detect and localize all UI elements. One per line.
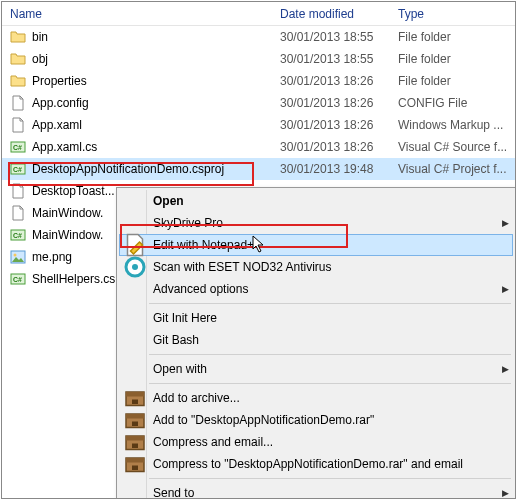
svg-rect-14 xyxy=(132,400,138,405)
submenu-arrow-icon: ▶ xyxy=(497,284,513,294)
file-date: 30/01/2013 18:55 xyxy=(280,30,398,44)
folder-icon xyxy=(10,73,26,89)
file-name: App.config xyxy=(32,96,89,110)
menu-separator xyxy=(149,303,511,304)
menu-item-label: Git Bash xyxy=(147,333,497,347)
menu-item-label: SkyDrive Pro xyxy=(147,216,497,230)
svg-text:C#: C# xyxy=(13,232,22,239)
file-icon xyxy=(10,183,26,199)
file-row[interactable]: App.xaml30/01/2013 18:26Windows Markup .… xyxy=(2,114,515,136)
svg-text:C#: C# xyxy=(13,276,22,283)
rar-icon xyxy=(123,408,147,432)
file-name: bin xyxy=(32,30,48,44)
file-name: me.png xyxy=(32,250,72,264)
file-icon xyxy=(10,117,26,133)
menu-item-label: Edit with Notepad++ xyxy=(147,238,496,252)
file-row[interactable]: obj30/01/2013 18:55File folder xyxy=(2,48,515,70)
submenu-arrow-icon: ▶ xyxy=(497,218,513,228)
menu-item[interactable]: Git Bash xyxy=(119,329,513,351)
svg-rect-20 xyxy=(132,444,138,449)
rar-icon xyxy=(123,386,147,410)
svg-rect-23 xyxy=(132,466,138,471)
menu-item[interactable]: Advanced options▶ xyxy=(119,278,513,300)
rar-icon xyxy=(123,430,147,454)
cs-icon: C# xyxy=(10,139,26,155)
menu-item-label: Compress and email... xyxy=(147,435,497,449)
file-row[interactable]: C#App.xaml.cs30/01/2013 18:26Visual C# S… xyxy=(2,136,515,158)
menu-item-label: Add to archive... xyxy=(147,391,497,405)
file-row[interactable]: C#DesktopAppNotificationDemo.csproj30/01… xyxy=(2,158,515,180)
column-header-date[interactable]: Date modified xyxy=(280,7,398,21)
notepad-icon xyxy=(123,233,147,257)
rar-icon xyxy=(123,452,147,476)
menu-item[interactable]: Compress to "DesktopAppNotificationDemo.… xyxy=(119,453,513,475)
eset-icon xyxy=(123,255,147,279)
menu-item[interactable]: Add to archive... xyxy=(119,387,513,409)
menu-item[interactable]: Git Init Here xyxy=(119,307,513,329)
file-name: App.xaml.cs xyxy=(32,140,97,154)
file-name: ShellHelpers.cs xyxy=(32,272,115,286)
file-date: 30/01/2013 18:26 xyxy=(280,74,398,88)
menu-item-label: Add to "DesktopAppNotificationDemo.rar" xyxy=(147,413,497,427)
file-type: File folder xyxy=(398,74,515,88)
cs-icon: C# xyxy=(10,271,26,287)
svg-rect-16 xyxy=(126,414,144,419)
menu-separator xyxy=(149,354,511,355)
svg-rect-19 xyxy=(126,436,144,441)
file-name: MainWindow. xyxy=(32,206,103,220)
svg-point-11 xyxy=(132,264,138,270)
file-date: 30/01/2013 18:55 xyxy=(280,52,398,66)
menu-item[interactable]: Edit with Notepad++ xyxy=(119,234,513,256)
file-icon xyxy=(10,205,26,221)
file-type: File folder xyxy=(398,52,515,66)
menu-item[interactable]: Scan with ESET NOD32 Antivirus xyxy=(119,256,513,278)
column-header-name[interactable]: Name xyxy=(10,7,280,21)
file-name: DesktopToast... xyxy=(32,184,115,198)
menu-item[interactable]: Open xyxy=(119,190,513,212)
submenu-arrow-icon: ▶ xyxy=(497,364,513,374)
svg-rect-13 xyxy=(126,392,144,397)
file-name: Properties xyxy=(32,74,87,88)
menu-item[interactable]: Open with▶ xyxy=(119,358,513,380)
menu-item-label: Send to xyxy=(147,486,497,499)
svg-text:C#: C# xyxy=(13,144,22,151)
menu-item[interactable]: SkyDrive Pro▶ xyxy=(119,212,513,234)
file-icon xyxy=(10,95,26,111)
file-row[interactable]: Properties30/01/2013 18:26File folder xyxy=(2,70,515,92)
file-type: Visual C# Project f... xyxy=(398,162,515,176)
menu-item-label: Compress to "DesktopAppNotificationDemo.… xyxy=(147,457,497,471)
cs-icon: C# xyxy=(10,227,26,243)
file-name: obj xyxy=(32,52,48,66)
file-name: DesktopAppNotificationDemo.csproj xyxy=(32,162,224,176)
menu-item-label: Scan with ESET NOD32 Antivirus xyxy=(147,260,497,274)
file-row[interactable]: bin30/01/2013 18:55File folder xyxy=(2,26,515,48)
file-date: 30/01/2013 18:26 xyxy=(280,140,398,154)
file-date: 30/01/2013 18:26 xyxy=(280,96,398,110)
menu-item[interactable]: Compress and email... xyxy=(119,431,513,453)
folder-icon xyxy=(10,51,26,67)
file-row[interactable]: App.config30/01/2013 18:26CONFIG File xyxy=(2,92,515,114)
menu-item-label: Advanced options xyxy=(147,282,497,296)
svg-point-7 xyxy=(14,254,17,257)
csproj-icon: C# xyxy=(10,161,26,177)
menu-item-label: Open xyxy=(147,194,497,208)
column-header-row: Name Date modified Type xyxy=(2,2,515,26)
submenu-arrow-icon: ▶ xyxy=(497,488,513,498)
file-date: 30/01/2013 18:26 xyxy=(280,118,398,132)
file-name: App.xaml xyxy=(32,118,82,132)
folder-icon xyxy=(10,29,26,45)
svg-text:C#: C# xyxy=(13,166,22,173)
menu-item[interactable]: Send to▶ xyxy=(119,482,513,499)
menu-item-label: Open with xyxy=(147,362,497,376)
file-type: File folder xyxy=(398,30,515,44)
svg-rect-17 xyxy=(132,422,138,427)
column-header-type[interactable]: Type xyxy=(398,7,515,21)
file-type: CONFIG File xyxy=(398,96,515,110)
menu-item-label: Git Init Here xyxy=(147,311,497,325)
menu-separator xyxy=(149,478,511,479)
context-menu: OpenSkyDrive Pro▶Edit with Notepad++Scan… xyxy=(116,187,516,499)
menu-separator xyxy=(149,383,511,384)
file-type: Visual C# Source f... xyxy=(398,140,515,154)
png-icon xyxy=(10,249,26,265)
menu-item[interactable]: Add to "DesktopAppNotificationDemo.rar" xyxy=(119,409,513,431)
